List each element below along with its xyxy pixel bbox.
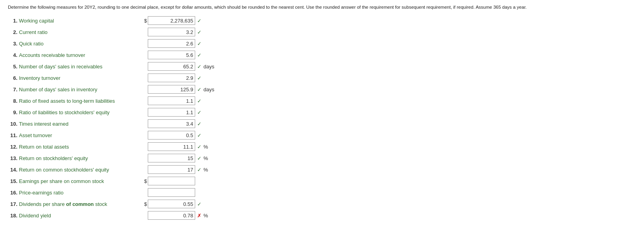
row-number: 1. [8,18,19,24]
table-row: 14.Return on common stockholders' equity… [8,165,636,174]
value-input[interactable] [148,51,195,59]
check-icon: ✓ [197,167,201,173]
row-label: Quick ratio [19,41,141,47]
row-label: Ratio of fixed assets to long-term liabi… [19,98,141,104]
row-label: Number of days' sales in inventory [19,87,141,92]
check-icon: ✓ [197,75,201,81]
table-row: 7.Number of days' sales in inventory✓day… [8,85,636,94]
row-number: 6. [8,75,19,81]
value-input[interactable] [148,74,195,82]
table-row: 11.Asset turnover✓ [8,130,636,140]
unit-suffix: % [203,213,208,219]
value-input[interactable] [148,142,195,151]
table-row: 15.Earnings per share on common stock$ [8,176,636,186]
row-number: 14. [8,167,19,173]
row-number: 12. [8,144,19,150]
unit-suffix: % [203,144,208,150]
table-row: 13.Return on stockholders' equity✓% [8,153,636,163]
table-row: 18.Dividend yield✗% [8,211,636,220]
check-icon: ✓ [197,29,201,35]
check-icon: ✓ [197,144,201,150]
table-row: 9.Ratio of liabilities to stockholders' … [8,108,636,117]
currency-prefix: $ [141,18,147,24]
currency-prefix: $ [141,201,147,207]
check-icon: ✓ [197,201,201,207]
row-number: 18. [8,213,19,219]
row-number: 8. [8,98,19,104]
value-input[interactable] [148,62,195,71]
value-input[interactable] [148,165,195,174]
check-icon: ✓ [197,132,201,138]
row-number: 9. [8,109,19,115]
row-number: 17. [8,201,19,207]
unit-suffix: % [203,167,208,173]
table-row: 8.Ratio of fixed assets to long-term lia… [8,96,636,106]
row-number: 11. [8,132,19,138]
instruction-text: Determine the following measures for 20Y… [8,4,636,10]
cross-icon: ✗ [197,213,201,219]
table-row: 1.Working capital$✓ [8,16,636,25]
value-input[interactable] [148,108,195,117]
table-row: 12.Return on total assets✓% [8,142,636,151]
row-label: Earnings per share on common stock [19,178,141,184]
value-input[interactable] [148,28,195,36]
row-label: Working capital [19,18,141,24]
value-input[interactable] [148,85,195,94]
row-number: 13. [8,155,19,161]
unit-suffix: % [203,155,208,161]
row-number: 7. [8,87,19,92]
check-icon: ✓ [197,18,201,24]
value-input[interactable] [148,177,195,185]
row-label: Return on common stockholders' equity [19,167,141,173]
table-row: 3.Quick ratio✓ [8,39,636,48]
currency-prefix: $ [141,178,147,184]
check-icon: ✓ [197,52,201,58]
row-label: Number of days' sales in receivables [19,64,141,70]
row-label: Dividend yield [19,213,141,219]
table-row: 4.Accounts receivable turnover✓ [8,50,636,60]
value-input[interactable] [148,16,195,25]
value-input[interactable] [148,119,195,128]
row-label: Ratio of liabilities to stockholders' eq… [19,109,141,115]
row-number: 2. [8,29,19,35]
row-label: Asset turnover [19,132,141,138]
value-input[interactable] [148,200,195,208]
row-number: 3. [8,41,19,47]
unit-suffix: days [203,87,214,92]
table-row: 6.Inventory turnover✓ [8,73,636,83]
row-label: Return on total assets [19,144,141,150]
value-input[interactable] [148,211,195,220]
row-number: 15. [8,178,19,184]
row-number: 5. [8,64,19,70]
row-label: Times interest earned [19,121,141,127]
value-input[interactable] [148,154,195,162]
check-icon: ✓ [197,87,201,92]
check-icon: ✓ [197,109,201,115]
row-number: 10. [8,121,19,127]
check-icon: ✓ [197,155,201,161]
check-icon: ✓ [197,41,201,47]
row-label: Dividends per share of common stock [19,201,141,207]
table-row: 17.Dividends per share of common stock$✓ [8,199,636,209]
row-number: 16. [8,190,19,196]
row-label: Current ratio [19,29,141,35]
check-icon: ✓ [197,121,201,127]
table-row: 5.Number of days' sales in receivables✓d… [8,62,636,71]
check-icon: ✓ [197,98,201,104]
table-row: 16.Price-earnings ratio [8,188,636,197]
row-label: Price-earnings ratio [19,190,141,196]
unit-suffix: days [203,64,214,70]
table-row: 10.Times interest earned✓ [8,119,636,128]
row-number: 4. [8,52,19,58]
row-label: Accounts receivable turnover [19,52,141,58]
row-label: Inventory turnover [19,75,141,81]
check-icon: ✓ [197,64,201,70]
value-input[interactable] [148,188,195,197]
value-input[interactable] [148,131,195,140]
row-label: Return on stockholders' equity [19,155,141,161]
value-input[interactable] [148,96,195,105]
value-input[interactable] [148,39,195,48]
table-row: 2.Current ratio✓ [8,27,636,37]
